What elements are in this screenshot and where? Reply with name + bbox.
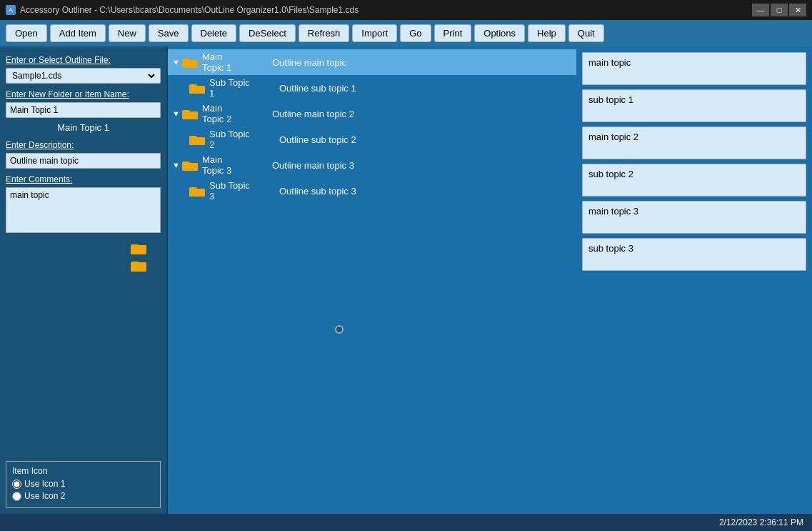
tree-arrow-main1: ▼: [172, 58, 179, 66]
print-button[interactable]: Print: [434, 24, 472, 42]
folder-icon-main3: [182, 159, 198, 171]
folder-icon-sub2: [189, 134, 205, 145]
folder-icon-main2: [182, 108, 198, 119]
folder-icon-sub3: [189, 185, 205, 197]
tree-row-sub1[interactable]: Sub Topic 1 Outline sub topic 1: [168, 75, 576, 101]
note-main2: main topic 2: [582, 126, 806, 159]
icon2-label: Use Icon 2: [24, 491, 65, 501]
title-bar: A Accessory Outliner - C:\Users\bcars\Do…: [0, 0, 812, 20]
refresh-button[interactable]: Refresh: [299, 24, 350, 42]
comments-label: Enter Comments:: [6, 174, 161, 184]
folder-item-input[interactable]: [6, 102, 161, 118]
item-icon-box: Item Icon Use Icon 1 Use Icon 2: [6, 461, 161, 508]
icon1-radio-row: Use Icon 1: [12, 479, 154, 489]
main-area: Enter or Select Outline File: Sample1.cd…: [0, 46, 812, 514]
icon1-label: Use Icon 1: [24, 479, 65, 489]
minimize-button[interactable]: —: [752, 4, 769, 16]
new-button[interactable]: New: [109, 24, 146, 42]
tree-arrow-main3: ▼: [172, 161, 179, 169]
tree-row-sub2[interactable]: Sub Topic 2 Outline sub topic 2: [168, 126, 576, 152]
icon2-radio-row: Use Icon 2: [12, 491, 154, 501]
go-button[interactable]: Go: [400, 24, 431, 42]
tree-name-main1: Main Topic 1: [202, 51, 266, 73]
tree-name-sub2: Sub Topic 2: [209, 129, 274, 150]
note-main3: main topic 3: [582, 201, 806, 234]
circle-indicator: [335, 325, 344, 334]
tree-row-main1[interactable]: ▼ Main Topic 1 Outline main topic: [168, 49, 576, 75]
add-item-button[interactable]: Add Item: [50, 24, 106, 42]
note-sub2: sub topic 2: [582, 164, 806, 197]
description-label: Enter Description:: [6, 140, 161, 150]
note-main1: main topic: [582, 52, 806, 85]
options-button[interactable]: Options: [474, 24, 525, 42]
tree-row-main2[interactable]: ▼ Main Topic 2 Outline main topic 2: [168, 101, 576, 126]
tree-name-main3: Main Topic 3: [202, 154, 266, 176]
icon-group: [6, 242, 161, 272]
icon2-radio[interactable]: [12, 492, 21, 501]
tree-row-sub3[interactable]: Sub Topic 3 Outline sub topic 3: [168, 178, 576, 204]
tree-name-sub1: Sub Topic 1: [209, 77, 274, 99]
save-button[interactable]: Save: [149, 24, 189, 42]
maximize-button[interactable]: □: [771, 4, 788, 16]
left-panel: Enter or Select Outline File: Sample1.cd…: [0, 46, 168, 514]
description-input[interactable]: [6, 153, 161, 169]
window-controls: — □ ✕: [752, 4, 806, 16]
tree-row-main3[interactable]: ▼ Main Topic 3 Outline main topic 3: [168, 152, 576, 178]
icon-row-2: [131, 259, 146, 272]
folder-icon-2: [131, 259, 146, 272]
app-icon: A: [6, 5, 16, 15]
import-button[interactable]: Import: [352, 24, 397, 42]
tree-desc-sub3: Outline sub topic 3: [279, 186, 356, 197]
close-button[interactable]: ✕: [789, 4, 806, 16]
item-icon-title: Item Icon: [12, 466, 154, 476]
delete-button[interactable]: Delete: [191, 24, 237, 42]
tree-desc-sub2: Outline sub topic 2: [279, 134, 356, 145]
folder-item-label: Enter New Folder or Item Name:: [6, 89, 161, 99]
icon-row-1: [131, 242, 146, 254]
deselect-button[interactable]: DeSelect: [239, 24, 296, 42]
title-text: Accessory Outliner - C:\Users\bcars\Docu…: [20, 5, 359, 15]
static-topic-text: Main Topic 1: [6, 121, 161, 134]
right-panel: main topic sub topic 1 main topic 2 sub …: [576, 46, 812, 514]
comments-textarea[interactable]: main topic: [6, 187, 161, 233]
tree-desc-main1: Outline main topic: [272, 57, 346, 68]
tree-desc-main3: Outline main topic 3: [272, 160, 354, 171]
title-bar-left: A Accessory Outliner - C:\Users\bcars\Do…: [6, 5, 359, 15]
tree-name-sub3: Sub Topic 3: [209, 180, 274, 202]
quit-button[interactable]: Quit: [568, 24, 604, 42]
datetime-text: 2/12/2023 2:36:11 PM: [719, 517, 803, 527]
tree-panel: ▼ Main Topic 1 Outline main topic Sub To…: [168, 46, 576, 514]
file-select[interactable]: Sample1.cds: [9, 70, 157, 81]
help-button[interactable]: Help: [528, 24, 566, 42]
note-sub3: sub topic 3: [582, 238, 806, 271]
folder-icon-sub1: [189, 82, 205, 94]
folder-icon-1: [131, 242, 146, 254]
note-sub1: sub topic 1: [582, 89, 806, 122]
outline-file-label: Enter or Select Outline File:: [6, 55, 161, 65]
tree-desc-main2: Outline main topic 2: [272, 109, 354, 119]
icon1-radio[interactable]: [12, 480, 21, 489]
folder-icon-main1: [182, 56, 198, 68]
tree-arrow-main2: ▼: [172, 109, 179, 118]
tree-name-main2: Main Topic 2: [202, 103, 266, 124]
toolbar: Open Add Item New Save Delete DeSelect R…: [0, 20, 812, 46]
status-bar: 2/12/2023 2:36:11 PM: [0, 514, 812, 531]
file-dropdown[interactable]: Sample1.cds: [6, 68, 161, 84]
open-button[interactable]: Open: [6, 24, 47, 42]
tree-desc-sub1: Outline sub topic 1: [279, 83, 356, 94]
